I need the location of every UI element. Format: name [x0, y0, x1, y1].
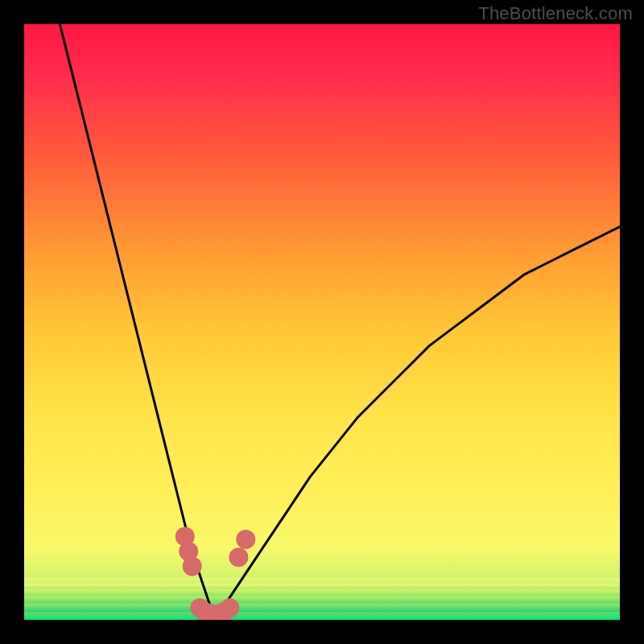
watermark-text: TheBottleneck.com [478, 3, 633, 24]
green-zone [24, 578, 620, 620]
chart-frame: TheBottleneck.com [0, 0, 644, 644]
marker-right-marker-b [236, 530, 255, 549]
chart-svg [24, 24, 620, 620]
gradient-background [24, 24, 620, 620]
plot-area [24, 24, 620, 620]
marker-bottom-f [220, 598, 239, 617]
marker-right-marker-a [229, 547, 248, 567]
marker-left-marker-c [183, 556, 202, 576]
